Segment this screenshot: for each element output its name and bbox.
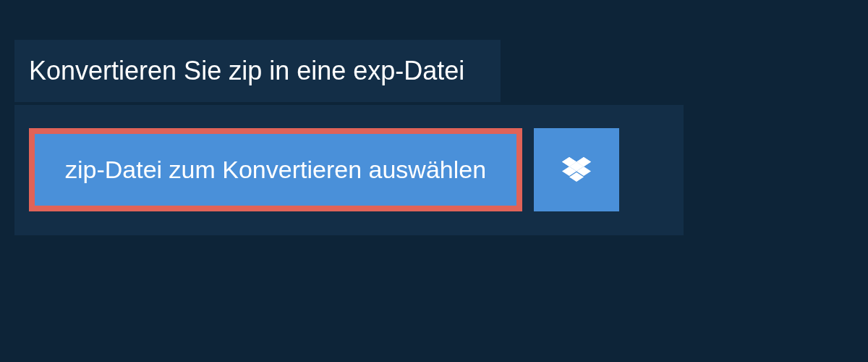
select-file-button[interactable]: zip-Datei zum Konvertieren auswählen [29,128,522,211]
action-row: zip-Datei zum Konvertieren auswählen [29,128,619,211]
dropbox-icon [562,157,591,183]
dropbox-button[interactable] [534,128,619,211]
page-title: Konvertieren Sie zip in eine exp-Datei [29,56,464,85]
select-file-label: zip-Datei zum Konvertieren auswählen [65,156,486,184]
title-bar: Konvertieren Sie zip in eine exp-Datei [14,40,501,102]
